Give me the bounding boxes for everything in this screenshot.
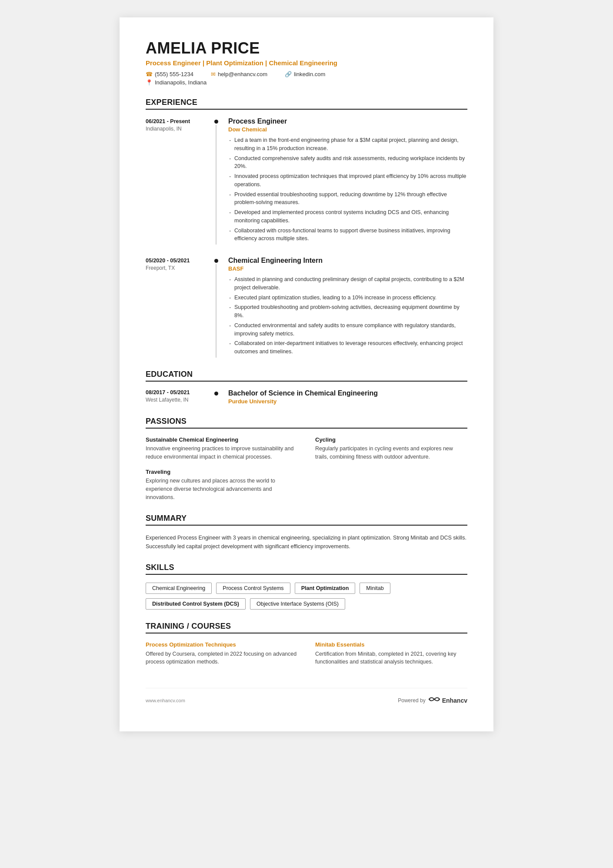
education-entry-1: 08/2017 - 05/2021 West Lafayette, IN Bac… bbox=[146, 389, 467, 405]
skill-tag-1: Chemical Engineering bbox=[146, 583, 212, 594]
linkedin-contact: 🔗 linkedin.com bbox=[285, 71, 325, 77]
enhancv-logo-icon bbox=[428, 695, 440, 705]
passions-section-title: PASSIONS bbox=[146, 417, 467, 429]
training-desc-2: Certification from Minitab, completed in… bbox=[315, 650, 467, 667]
exp-job-title-2: Chemical Engineering Intern bbox=[228, 257, 467, 265]
skill-tag-6: Objective Interface Systems (OIS) bbox=[250, 598, 345, 610]
location-text: Indianapolis, Indiana bbox=[155, 79, 207, 86]
skill-tag-4: Minitab bbox=[360, 583, 390, 594]
summary-text: Experienced Process Engineer with 3 year… bbox=[146, 533, 467, 551]
summary-section-title: SUMMARY bbox=[146, 514, 467, 526]
training-section-title: TRAINING / COURSES bbox=[146, 622, 467, 633]
exp-left-2: 05/2020 - 05/2021 Freeport, TX bbox=[146, 257, 211, 358]
phone-icon: ☎ bbox=[146, 71, 153, 77]
candidate-name: AMELIA PRICE bbox=[146, 39, 467, 57]
contact-row-1: ☎ (555) 555-1234 ✉ help@enhancv.com 🔗 li… bbox=[146, 71, 467, 77]
footer-website: www.enhancv.com bbox=[146, 698, 185, 703]
bullet-item: Supported troubleshooting and problem-so… bbox=[228, 303, 467, 320]
exp-date-1: 06/2021 - Present bbox=[146, 118, 211, 124]
exp-line-2 bbox=[216, 264, 217, 358]
bullet-item: Conducted environmental and safety audit… bbox=[228, 322, 467, 338]
training-title-2: Minitab Essentials bbox=[315, 641, 467, 648]
exp-left-1: 06/2021 - Present Indianapolis, IN bbox=[146, 117, 211, 245]
exp-dot-line-2 bbox=[211, 257, 221, 358]
experience-section: EXPERIENCE 06/2021 - Present Indianapoli… bbox=[146, 98, 467, 358]
powered-by-label: Powered by bbox=[398, 697, 425, 704]
passion-title-2: Cycling bbox=[315, 436, 467, 443]
passions-section: PASSIONS Sustainable Chemical Engineerin… bbox=[146, 417, 467, 502]
exp-location-1: Indianapolis, IN bbox=[146, 126, 211, 132]
exp-line-1 bbox=[216, 125, 217, 245]
skills-row-1: Chemical Engineering Process Control Sys… bbox=[146, 583, 467, 594]
summary-section: SUMMARY Experienced Process Engineer wit… bbox=[146, 514, 467, 551]
edu-dot-1 bbox=[214, 392, 218, 395]
footer-powered: Powered by Enhancv bbox=[398, 695, 467, 705]
education-section: EDUCATION 08/2017 - 05/2021 West Lafayet… bbox=[146, 370, 467, 405]
skills-section-title: SKILLS bbox=[146, 563, 467, 575]
exp-location-2: Freeport, TX bbox=[146, 265, 211, 271]
exp-bullets-2: Assisted in planning and conducting prel… bbox=[228, 275, 467, 356]
training-grid: Process Optimization Techniques Offered … bbox=[146, 641, 467, 667]
exp-date-2: 05/2020 - 05/2021 bbox=[146, 258, 211, 264]
exp-company-2: BASF bbox=[228, 265, 467, 272]
phone-contact: ☎ (555) 555-1234 bbox=[146, 71, 193, 77]
bullet-item: Executed plant optimization studies, lea… bbox=[228, 294, 467, 302]
edu-degree-1: Bachelor of Science in Chemical Engineer… bbox=[228, 389, 467, 397]
bullet-item: Provided essential troubleshooting suppo… bbox=[228, 191, 467, 207]
linkedin-url: linkedin.com bbox=[294, 71, 325, 77]
bullet-item: Conducted comprehensive safety audits an… bbox=[228, 154, 467, 171]
exp-right-2: Chemical Engineering Intern BASF Assiste… bbox=[221, 257, 467, 358]
passion-item-3: Traveling Exploring new cultures and pla… bbox=[146, 469, 298, 501]
email-icon: ✉ bbox=[211, 71, 216, 77]
bullet-item: Collaborated with cross-functional teams… bbox=[228, 227, 467, 243]
passion-desc-2: Regularly participates in cycling events… bbox=[315, 445, 467, 461]
training-title-1: Process Optimization Techniques bbox=[146, 641, 298, 648]
edu-location-1: West Lafayette, IN bbox=[146, 397, 211, 403]
experience-entry-2: 05/2020 - 05/2021 Freeport, TX Chemical … bbox=[146, 257, 467, 358]
education-section-title: EDUCATION bbox=[146, 370, 467, 382]
skill-tag-5: Distributed Control System (DCS) bbox=[146, 598, 246, 610]
bullet-item: Led a team in the front-end engineering … bbox=[228, 136, 467, 153]
skills-row-2: Distributed Control System (DCS) Objecti… bbox=[146, 598, 467, 610]
phone-number: (555) 555-1234 bbox=[155, 71, 193, 77]
experience-section-title: EXPERIENCE bbox=[146, 98, 467, 110]
resume-header: AMELIA PRICE Process Engineer | Plant Op… bbox=[146, 39, 467, 86]
passion-title-1: Sustainable Chemical Engineering bbox=[146, 436, 298, 443]
bullet-item: Assisted in planning and conducting prel… bbox=[228, 275, 467, 292]
exp-dot-1 bbox=[214, 120, 218, 124]
experience-entry-1: 06/2021 - Present Indianapolis, IN Proce… bbox=[146, 117, 467, 245]
skill-tag-2: Process Control Systems bbox=[216, 583, 290, 594]
exp-dot-line-1 bbox=[211, 117, 221, 245]
training-section: TRAINING / COURSES Process Optimization … bbox=[146, 622, 467, 667]
passion-desc-3: Exploring new cultures and places across… bbox=[146, 477, 298, 501]
bullet-item: Collaborated on inter-department initiat… bbox=[228, 339, 467, 356]
exp-dot-2 bbox=[214, 259, 218, 263]
enhancv-logo: Enhancv bbox=[428, 695, 467, 705]
edu-school-1: Purdue University bbox=[228, 398, 467, 405]
passion-desc-1: Innovative engineering practices to impr… bbox=[146, 445, 298, 461]
training-item-1: Process Optimization Techniques Offered … bbox=[146, 641, 298, 667]
email-contact: ✉ help@enhancv.com bbox=[211, 71, 267, 77]
enhancv-brand-name: Enhancv bbox=[442, 697, 467, 704]
location-icon: 📍 bbox=[146, 79, 153, 86]
contact-row-2: 📍 Indianapolis, Indiana bbox=[146, 79, 467, 86]
linkedin-icon: 🔗 bbox=[285, 71, 292, 77]
resume-document: AMELIA PRICE Process Engineer | Plant Op… bbox=[120, 17, 493, 731]
skill-tag-3: Plant Optimization bbox=[295, 583, 356, 594]
training-desc-1: Offered by Coursera, completed in 2022 f… bbox=[146, 650, 298, 667]
passion-item-2: Cycling Regularly participates in cyclin… bbox=[315, 436, 467, 461]
passions-grid: Sustainable Chemical Engineering Innovat… bbox=[146, 436, 467, 502]
exp-bullets-1: Led a team in the front-end engineering … bbox=[228, 136, 467, 243]
resume-footer: www.enhancv.com Powered by Enhancv bbox=[146, 688, 467, 705]
bullet-item: Innovated process optimization technique… bbox=[228, 172, 467, 189]
email-address: help@enhancv.com bbox=[218, 71, 267, 77]
edu-date-1: 08/2017 - 05/2021 bbox=[146, 389, 211, 395]
passion-item-1: Sustainable Chemical Engineering Innovat… bbox=[146, 436, 298, 461]
edu-right-1: Bachelor of Science in Chemical Engineer… bbox=[221, 389, 467, 405]
edu-left-1: 08/2017 - 05/2021 West Lafayette, IN bbox=[146, 389, 211, 405]
passion-title-3: Traveling bbox=[146, 469, 298, 475]
exp-right-1: Process Engineer Dow Chemical Led a team… bbox=[221, 117, 467, 245]
training-item-2: Minitab Essentials Certification from Mi… bbox=[315, 641, 467, 667]
candidate-title: Process Engineer | Plant Optimization | … bbox=[146, 59, 467, 67]
bullet-item: Developed and implemented process contro… bbox=[228, 208, 467, 225]
